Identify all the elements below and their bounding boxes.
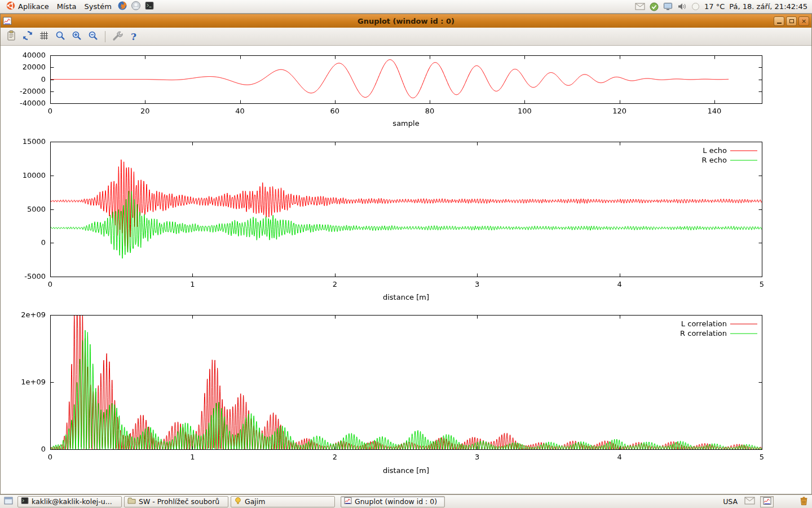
minimize-icon — [777, 23, 782, 24]
restore-zoom-button[interactable] — [86, 29, 100, 44]
tray-weather-icon[interactable] — [691, 2, 700, 11]
titlebar[interactable]: Gnuplot (window id : 0) × — [1, 14, 811, 28]
terminal-icon — [21, 497, 29, 506]
gnuplot-icon — [344, 497, 352, 506]
next-zoom-button[interactable] — [69, 29, 84, 44]
tray-updates-icon[interactable] — [650, 2, 659, 11]
settings-button[interactable] — [110, 29, 125, 44]
task-label: kaklik@kaklik-kolej-u... — [32, 497, 112, 506]
mail-notification-icon[interactable] — [744, 497, 755, 506]
menu-system-label: Systém — [84, 2, 111, 11]
trash-icon — [799, 496, 809, 507]
task-label: Gnuplot (window id : 0) — [355, 497, 437, 506]
window-title: Gnuplot (window id : 0) — [1, 17, 811, 25]
grid-icon — [38, 30, 50, 43]
copy-icon — [6, 30, 17, 43]
menu-system[interactable]: Systém — [80, 0, 115, 14]
terminal-launcher[interactable] — [143, 0, 156, 14]
minimize-button[interactable] — [774, 16, 784, 26]
task-file-browser[interactable]: SW - Prohlížeč souborů — [124, 496, 228, 507]
window-list-applet-button[interactable] — [2, 496, 15, 507]
system-tray: 17 °C Pá, 18. září, 21:42:45 — [635, 2, 810, 11]
maximize-icon — [789, 19, 794, 23]
maximize-button[interactable] — [786, 16, 797, 26]
menu-places-label: Místa — [57, 2, 77, 11]
toggle-grid-button[interactable] — [37, 29, 51, 44]
gajim-icon — [234, 497, 242, 506]
gnuplot-plot-area[interactable] — [1, 46, 811, 494]
keyboard-layout-indicator[interactable]: USA — [721, 497, 739, 506]
temperature-applet[interactable]: 17 °C — [704, 2, 725, 11]
task-label: SW - Prohlížeč souborů — [139, 497, 219, 506]
user-help-icon — [131, 1, 141, 12]
firefox-icon — [117, 1, 127, 12]
trash-applet[interactable] — [799, 496, 809, 507]
top-panel: Aplikace Místa Systém — [0, 0, 812, 14]
clock-applet[interactable]: Pá, 18. září, 21:42:45 — [729, 2, 807, 11]
tray-volume-icon[interactable] — [677, 2, 687, 11]
ubuntu-logo-icon — [6, 1, 15, 12]
replot-icon — [22, 30, 33, 43]
zoom-in-icon — [71, 30, 82, 43]
menu-applications-label: Aplikace — [18, 2, 49, 11]
window-buttons: × — [774, 16, 809, 26]
terminal-icon — [144, 1, 155, 12]
close-button[interactable]: × — [798, 16, 809, 26]
menu-places[interactable]: Místa — [53, 0, 81, 14]
desktop: Aplikace Místa Systém — [0, 0, 812, 508]
gnuplot-window: Gnuplot (window id : 0) × — [0, 14, 812, 494]
taskbar: kaklik@kaklik-kolej-u... SW - Prohlížeč … — [0, 494, 812, 508]
zoom-icon — [55, 30, 66, 43]
settings-wrench-icon — [112, 30, 123, 43]
show-desktop-icon — [4, 497, 13, 506]
copy-to-clipboard-button[interactable] — [4, 29, 19, 44]
task-gajim[interactable]: Gajim — [231, 496, 335, 507]
task-label: Gajim — [245, 497, 265, 506]
chart-window-indicator[interactable] — [760, 496, 774, 507]
toolbar-separator — [105, 31, 105, 42]
tray-mail-icon[interactable] — [635, 3, 645, 10]
previous-zoom-button[interactable] — [53, 29, 68, 44]
task-terminal[interactable]: kaklik@kaklik-kolej-u... — [17, 496, 122, 507]
firefox-launcher[interactable] — [116, 0, 129, 14]
taskbar-right: USA — [721, 496, 810, 507]
gnuplot-icon — [763, 497, 771, 507]
task-gnuplot[interactable]: Gnuplot (window id : 0) — [341, 496, 445, 507]
close-icon: × — [801, 18, 806, 24]
help-icon: ? — [131, 31, 136, 42]
toolbar: ? — [1, 28, 811, 46]
ubuntu-main-menu[interactable]: Aplikace — [2, 0, 53, 14]
help-launcher[interactable] — [129, 0, 143, 14]
tray-display-icon[interactable] — [663, 2, 673, 11]
folder-icon — [127, 497, 136, 506]
help-button[interactable]: ? — [126, 29, 141, 44]
zoom-out-icon — [87, 30, 99, 43]
replot-button[interactable] — [20, 29, 35, 44]
gnuplot-window-icon — [3, 16, 12, 25]
